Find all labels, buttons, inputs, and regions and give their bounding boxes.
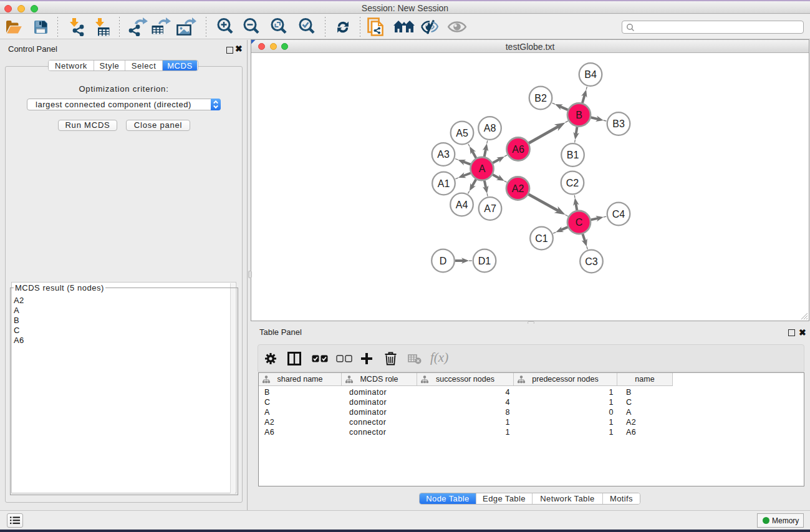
- svg-text:A7: A7: [484, 203, 496, 214]
- svg-text:B: B: [576, 110, 582, 120]
- svg-text:A3: A3: [437, 149, 450, 160]
- svg-text:A8: A8: [484, 123, 496, 133]
- svg-text:D: D: [440, 256, 447, 266]
- svg-text:A6: A6: [512, 144, 524, 155]
- svg-text:C: C: [576, 217, 583, 228]
- svg-text:B1: B1: [567, 150, 579, 160]
- svg-text:A1: A1: [438, 178, 450, 189]
- svg-text:C2: C2: [566, 178, 579, 188]
- svg-text:C4: C4: [612, 209, 625, 220]
- svg-text:A4: A4: [456, 200, 468, 210]
- svg-text:B4: B4: [584, 69, 597, 80]
- svg-text:A: A: [479, 163, 486, 174]
- svg-text:A2: A2: [512, 183, 524, 194]
- svg-text:A5: A5: [456, 128, 468, 138]
- svg-text:D1: D1: [478, 256, 491, 266]
- svg-text:C3: C3: [585, 256, 598, 267]
- svg-text:C1: C1: [535, 233, 548, 244]
- svg-text:B3: B3: [612, 118, 625, 129]
- svg-text:B2: B2: [534, 93, 547, 104]
